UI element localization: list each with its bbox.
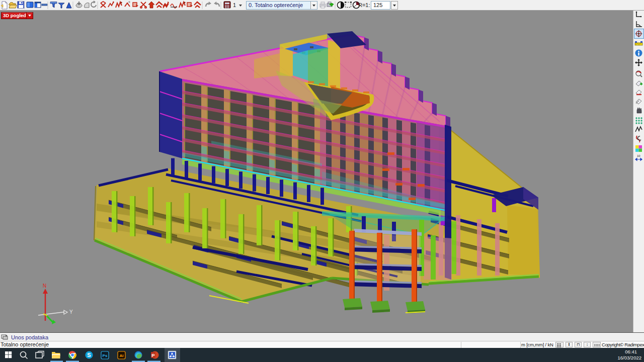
svg-text:S: S bbox=[87, 352, 91, 358]
svg-text:Ps: Ps bbox=[103, 353, 108, 358]
svg-text:Ai: Ai bbox=[120, 353, 124, 358]
svg-text:16/03/2022: 16/03/2022 bbox=[617, 355, 641, 360]
svg-text:P: P bbox=[151, 352, 155, 358]
svg-text:06:41: 06:41 bbox=[625, 349, 637, 354]
